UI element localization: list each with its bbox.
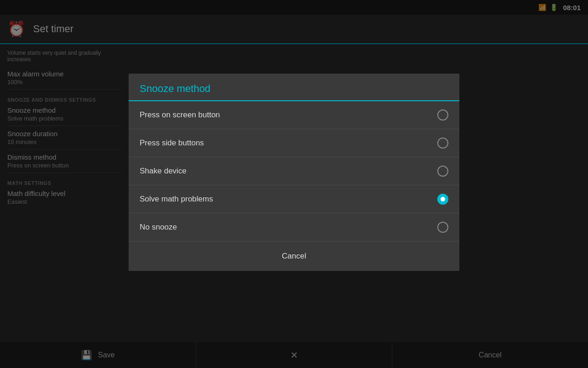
option-press-on-screen[interactable]: Press on screen button	[129, 101, 459, 129]
option-no-snooze-label: No snooze	[140, 223, 177, 232]
option-solve-math-label: Solve math problems	[140, 195, 213, 204]
option-shake-device-label: Shake device	[140, 167, 187, 176]
dialog-title: Snooze method	[140, 83, 210, 94]
option-press-side-label: Press side buttons	[140, 138, 204, 148]
option-press-on-screen-radio[interactable]	[437, 109, 448, 121]
dialog-cancel-button[interactable]: Cancel	[129, 243, 459, 269]
option-press-side-radio[interactable]	[437, 138, 448, 149]
option-shake-device[interactable]: Shake device	[129, 157, 459, 185]
snooze-method-dialog: Snooze method Press on screen button Pre…	[129, 74, 459, 271]
option-press-side[interactable]: Press side buttons	[129, 129, 459, 157]
option-no-snooze[interactable]: No snooze	[129, 213, 459, 242]
option-press-on-screen-label: Press on screen button	[140, 110, 220, 120]
option-solve-math-radio[interactable]	[437, 194, 448, 205]
option-no-snooze-radio[interactable]	[437, 222, 448, 233]
option-shake-device-radio[interactable]	[437, 166, 448, 177]
dialog-footer: Cancel	[129, 242, 459, 271]
dialog-title-bar: Snooze method	[129, 74, 459, 101]
option-solve-math[interactable]: Solve math problems	[129, 185, 459, 213]
